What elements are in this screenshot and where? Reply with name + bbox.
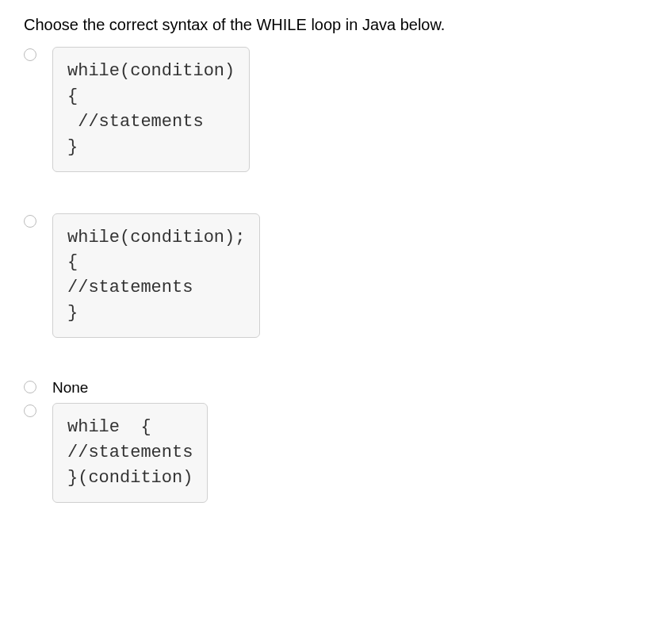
- code-block-4: while { //statements }(condition): [52, 403, 208, 503]
- option-1[interactable]: while(condition) { //statements }: [24, 47, 634, 172]
- option-text-none: None: [52, 379, 88, 397]
- code-block-2: while(condition); { //statements }: [52, 213, 260, 339]
- option-4[interactable]: while { //statements }(condition): [24, 403, 634, 503]
- radio-icon[interactable]: [24, 215, 36, 228]
- radio-icon[interactable]: [24, 404, 36, 417]
- question-text: Choose the correct syntax of the WHILE l…: [24, 16, 634, 34]
- radio-icon[interactable]: [24, 48, 36, 61]
- option-3[interactable]: None: [24, 379, 634, 397]
- option-2[interactable]: while(condition); { //statements }: [24, 213, 634, 339]
- code-block-1: while(condition) { //statements }: [52, 47, 250, 172]
- radio-icon[interactable]: [24, 381, 36, 393]
